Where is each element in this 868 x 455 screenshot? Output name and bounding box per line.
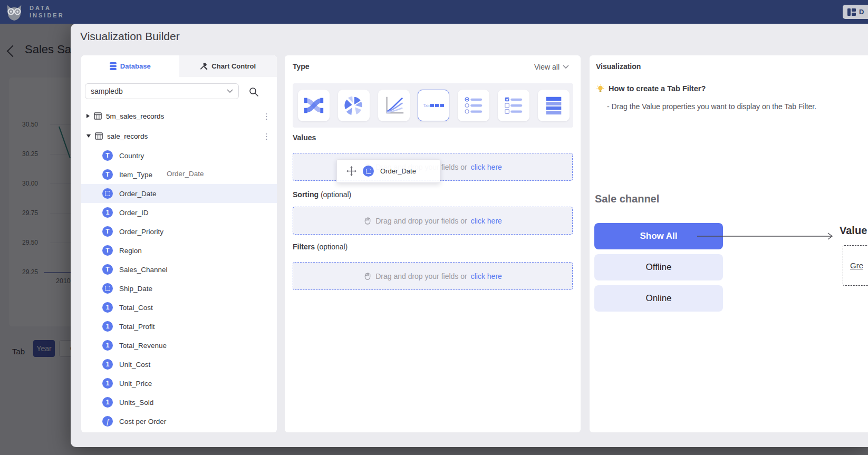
- field-label: Region: [119, 247, 142, 255]
- dragging-field-chip[interactable]: Order_Date: [336, 159, 440, 183]
- online-button[interactable]: Online: [594, 285, 723, 312]
- field-row[interactable]: Unit_Price: [81, 374, 277, 393]
- field-row[interactable]: Total_Revenue: [81, 336, 277, 355]
- field-row[interactable]: Cost per Order: [81, 412, 277, 431]
- field-type-icon: [102, 359, 113, 370]
- caret-right-icon[interactable]: [86, 114, 90, 118]
- field-type-icon: [102, 416, 113, 427]
- caret-down-icon[interactable]: [86, 134, 91, 138]
- drag-hand-icon: [363, 217, 372, 225]
- field-type-icon: [363, 166, 374, 177]
- search-icon[interactable]: [248, 86, 259, 97]
- field-label: Total_Profit: [119, 323, 155, 331]
- filters-section-label: Filters (optional): [293, 243, 348, 251]
- field-label: Total_Cost: [119, 304, 153, 312]
- datasource-select[interactable]: sampledb: [85, 83, 239, 99]
- chart-type-tab-filter[interactable]: Tab: [418, 90, 449, 121]
- filters-dropzone[interactable]: Drag and drop your fields or click here: [293, 262, 573, 290]
- chart-type-checkbox-list[interactable]: [498, 90, 529, 121]
- database-icon: [110, 62, 117, 70]
- annotation-link[interactable]: Gre: [850, 261, 863, 270]
- database-panel: Database Chart Control sampledb: [81, 55, 277, 432]
- sorting-dropzone[interactable]: Drag and drop your fields or click here: [293, 207, 573, 235]
- field-label: Cost per Order: [119, 418, 166, 425]
- chart-type-pie[interactable]: [338, 90, 370, 121]
- field-row[interactable]: Unit_Cost: [81, 355, 277, 374]
- type-section-label: Type: [293, 62, 310, 71]
- table-name: sale_records: [107, 132, 148, 140]
- field-row[interactable]: Region: [81, 241, 277, 260]
- dashboard-button-label: D: [859, 8, 864, 16]
- tip-row: How to create a Tab Filter?: [596, 84, 706, 93]
- field-label: Sales_Channel: [119, 266, 168, 274]
- preview-chart-title: Sale channel: [595, 193, 659, 205]
- visualization-panel: Visualization How to create a Tab Filter…: [590, 55, 868, 432]
- field-row[interactable]: Total_Profit: [81, 317, 277, 336]
- field-label: Order_ID: [119, 209, 149, 217]
- table-row[interactable]: sale_records ⋮: [81, 126, 277, 146]
- drag-source-ghost: Order_Date: [167, 170, 204, 178]
- brand-line-1: DATA: [30, 4, 64, 12]
- annotation-arrow: [697, 229, 837, 243]
- field-row-selected[interactable]: Order_Date: [81, 184, 277, 203]
- chart-type-sankey[interactable]: [298, 90, 330, 121]
- field-label: Order_Priority: [119, 228, 163, 236]
- visualization-section-label: Visualization: [596, 62, 641, 71]
- optional-suffix: (optional): [321, 190, 351, 199]
- chart-type-line[interactable]: [378, 90, 410, 121]
- field-row[interactable]: Order_Priority: [81, 222, 277, 241]
- chip-label: Order_Date: [380, 167, 416, 175]
- field-label: Item_Type: [119, 171, 152, 179]
- tab-chart-control[interactable]: Chart Control: [179, 55, 277, 77]
- offline-button[interactable]: Offline: [594, 254, 723, 280]
- drag-hand-icon: [363, 272, 372, 280]
- dropzone-text: Drag and drop your fields or: [375, 272, 467, 280]
- filters-label-text: Filters: [293, 243, 315, 251]
- svg-text:Tab: Tab: [423, 104, 430, 108]
- tab-chart-control-label: Chart Control: [211, 62, 256, 70]
- kebab-menu-icon[interactable]: ⋮: [263, 132, 271, 140]
- sorting-section-label: Sorting (optional): [293, 190, 351, 199]
- field-type-icon: [102, 283, 113, 294]
- chevron-down-icon: [563, 65, 569, 69]
- field-type-icon: [102, 226, 113, 237]
- owl-logo-icon: [4, 2, 24, 22]
- brand-line-2: INSIDER: [30, 12, 64, 19]
- dashboard-icon: [847, 8, 856, 16]
- tab-database-label: Database: [120, 62, 151, 70]
- field-type-icon: [102, 245, 113, 256]
- click-here-link[interactable]: click here: [471, 272, 502, 280]
- field-row[interactable]: Sales_Channel: [81, 260, 277, 279]
- table-row[interactable]: 5m_sales_records ⋮: [81, 106, 277, 126]
- field-type-icon: [102, 264, 113, 275]
- dropzone-text: Drag and drop your fields or: [375, 217, 467, 225]
- field-label: Unit_Price: [119, 380, 152, 388]
- field-type-icon: [102, 378, 113, 389]
- field-type-icon: [102, 207, 113, 218]
- chart-type-radio-list[interactable]: [458, 90, 489, 121]
- left-tabbar: Database Chart Control: [81, 55, 277, 77]
- field-type-icon: [102, 397, 113, 408]
- table-icon: [94, 112, 102, 120]
- tip-title: How to create a Tab Filter?: [609, 84, 706, 93]
- tab-database[interactable]: Database: [81, 55, 179, 77]
- datasource-select-value: sampledb: [91, 87, 123, 95]
- brand: DATA INSIDER: [4, 2, 64, 22]
- field-row[interactable]: Ship_Date: [81, 279, 277, 298]
- top-navbar: DATA INSIDER D: [0, 0, 868, 24]
- field-row[interactable]: Total_Cost: [81, 298, 277, 317]
- field-label: Total_Revenue: [119, 342, 167, 350]
- click-here-link[interactable]: click here: [471, 217, 502, 225]
- tip-body: - Drag the Value properties you want to …: [607, 102, 816, 111]
- screen: Sales Sa 30.50 30.25 30.00 29.75 29.50 2…: [0, 0, 868, 455]
- kebab-menu-icon[interactable]: ⋮: [263, 112, 271, 120]
- chevron-down-icon: [227, 89, 233, 93]
- click-here-link[interactable]: click here: [471, 163, 502, 171]
- field-row[interactable]: Order_ID: [81, 203, 277, 222]
- view-all-label: View all: [534, 63, 560, 71]
- view-all-dropdown[interactable]: View all: [534, 63, 569, 71]
- chart-type-table[interactable]: [538, 90, 570, 121]
- field-row[interactable]: Country: [81, 146, 277, 165]
- field-row[interactable]: Units_Sold: [81, 393, 277, 412]
- dashboard-button[interactable]: D: [843, 5, 868, 19]
